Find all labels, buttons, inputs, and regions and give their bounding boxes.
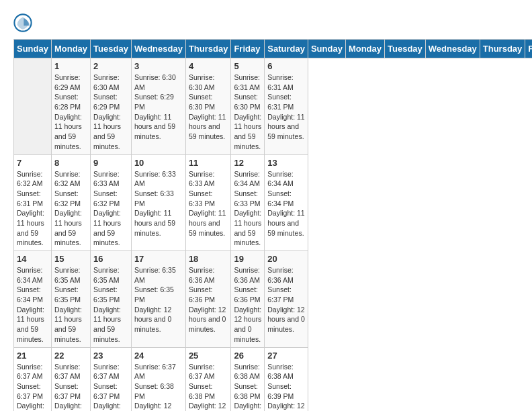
day-info: Sunrise: 6:37 AM Sunset: 6:37 PM Dayligh… [54,362,87,412]
day-cell: 17Sunrise: 6:35 AM Sunset: 6:35 PM Dayli… [131,251,185,348]
day-cell: 5Sunrise: 6:31 AM Sunset: 6:30 PM Daylig… [231,58,265,155]
day-number: 22 [54,351,87,361]
page-header [13,13,519,32]
day-cell [14,58,52,155]
day-info: Sunrise: 6:37 AM Sunset: 6:38 PM Dayligh… [134,362,183,412]
day-cell: 23Sunrise: 6:37 AM Sunset: 6:37 PM Dayli… [91,347,132,411]
day-cell: 13Sunrise: 6:34 AM Sunset: 6:34 PM Dayli… [265,154,308,251]
header-sunday: Sunday [14,40,52,58]
day-number: 19 [234,254,261,264]
day-info: Sunrise: 6:30 AM Sunset: 6:29 PM Dayligh… [93,73,128,152]
day-cell: 4Sunrise: 6:30 AM Sunset: 6:30 PM Daylig… [185,58,231,155]
day-info: Sunrise: 6:38 AM Sunset: 6:39 PM Dayligh… [267,362,305,412]
day-number: 12 [234,158,261,168]
day-number: 25 [189,351,228,361]
col-header-monday: Monday [345,40,384,58]
day-info: Sunrise: 6:31 AM Sunset: 6:30 PM Dayligh… [234,73,261,152]
logo-icon [13,13,32,32]
day-info: Sunrise: 6:31 AM Sunset: 6:31 PM Dayligh… [267,73,305,142]
day-number: 20 [267,254,305,264]
day-cell: 25Sunrise: 6:37 AM Sunset: 6:38 PM Dayli… [185,347,231,411]
day-number: 26 [234,351,261,361]
logo [13,13,35,32]
week-row-2: 7Sunrise: 6:32 AM Sunset: 6:31 PM Daylig… [14,154,533,251]
day-number: 24 [134,351,183,361]
day-cell: 22Sunrise: 6:37 AM Sunset: 6:37 PM Dayli… [51,347,90,411]
day-cell: 26Sunrise: 6:38 AM Sunset: 6:38 PM Dayli… [231,347,265,411]
day-number: 7 [17,158,48,168]
week-row-3: 14Sunrise: 6:34 AM Sunset: 6:34 PM Dayli… [14,251,533,348]
col-header-tuesday: Tuesday [385,40,426,58]
calendar-header-row: SundayMondayTuesdayWednesdayThursdayFrid… [14,40,533,58]
day-cell: 7Sunrise: 6:32 AM Sunset: 6:31 PM Daylig… [14,154,52,251]
day-cell: 24Sunrise: 6:37 AM Sunset: 6:38 PM Dayli… [131,347,185,411]
day-number: 27 [267,351,305,361]
col-header-thursday: Thursday [480,40,525,58]
day-info: Sunrise: 6:35 AM Sunset: 6:35 PM Dayligh… [134,265,183,334]
header-monday: Monday [51,40,90,58]
day-cell: 15Sunrise: 6:35 AM Sunset: 6:35 PM Dayli… [51,251,90,348]
day-info: Sunrise: 6:35 AM Sunset: 6:35 PM Dayligh… [54,265,87,345]
day-info: Sunrise: 6:37 AM Sunset: 6:37 PM Dayligh… [17,362,48,412]
day-info: Sunrise: 6:30 AM Sunset: 6:29 PM Dayligh… [134,73,183,142]
day-cell: 19Sunrise: 6:36 AM Sunset: 6:36 PM Dayli… [231,251,265,348]
header-thursday: Thursday [185,40,231,58]
day-number: 9 [93,158,128,168]
day-number: 14 [17,254,48,264]
day-cell: 8Sunrise: 6:32 AM Sunset: 6:32 PM Daylig… [51,154,90,251]
day-number: 2 [93,61,128,71]
week-row-1: 1Sunrise: 6:29 AM Sunset: 6:28 PM Daylig… [14,58,533,155]
day-info: Sunrise: 6:33 AM Sunset: 6:33 PM Dayligh… [189,169,228,238]
day-number: 3 [134,61,183,71]
day-cell: 9Sunrise: 6:33 AM Sunset: 6:32 PM Daylig… [91,154,132,251]
day-cell: 10Sunrise: 6:33 AM Sunset: 6:33 PM Dayli… [131,154,185,251]
col-header-sunday: Sunday [308,40,345,58]
day-info: Sunrise: 6:37 AM Sunset: 6:38 PM Dayligh… [189,362,228,412]
day-number: 18 [189,254,228,264]
day-info: Sunrise: 6:36 AM Sunset: 6:36 PM Dayligh… [189,265,228,334]
day-cell: 6Sunrise: 6:31 AM Sunset: 6:31 PM Daylig… [265,58,308,155]
day-cell: 21Sunrise: 6:37 AM Sunset: 6:37 PM Dayli… [14,347,52,411]
day-cell: 27Sunrise: 6:38 AM Sunset: 6:39 PM Dayli… [265,347,308,411]
day-number: 13 [267,158,305,168]
day-number: 8 [54,158,87,168]
header-friday: Friday [231,40,265,58]
day-info: Sunrise: 6:36 AM Sunset: 6:37 PM Dayligh… [267,265,305,334]
day-cell: 16Sunrise: 6:35 AM Sunset: 6:35 PM Dayli… [91,251,132,348]
day-number: 23 [93,351,128,361]
day-info: Sunrise: 6:35 AM Sunset: 6:35 PM Dayligh… [93,265,128,345]
day-cell: 11Sunrise: 6:33 AM Sunset: 6:33 PM Dayli… [185,154,231,251]
day-number: 15 [54,254,87,264]
day-info: Sunrise: 6:34 AM Sunset: 6:34 PM Dayligh… [17,265,48,345]
day-number: 10 [134,158,183,168]
day-cell: 12Sunrise: 6:34 AM Sunset: 6:33 PM Dayli… [231,154,265,251]
header-wednesday: Wednesday [131,40,185,58]
day-info: Sunrise: 6:29 AM Sunset: 6:28 PM Dayligh… [54,73,87,152]
day-number: 16 [93,254,128,264]
day-info: Sunrise: 6:38 AM Sunset: 6:38 PM Dayligh… [234,362,261,412]
day-number: 5 [234,61,261,71]
day-info: Sunrise: 6:30 AM Sunset: 6:30 PM Dayligh… [189,73,228,142]
day-info: Sunrise: 6:34 AM Sunset: 6:33 PM Dayligh… [234,169,261,248]
day-number: 1 [54,61,87,71]
day-number: 17 [134,254,183,264]
day-cell: 2Sunrise: 6:30 AM Sunset: 6:29 PM Daylig… [91,58,132,155]
day-cell: 1Sunrise: 6:29 AM Sunset: 6:28 PM Daylig… [51,58,90,155]
day-info: Sunrise: 6:36 AM Sunset: 6:36 PM Dayligh… [234,265,261,345]
day-number: 21 [17,351,48,361]
day-info: Sunrise: 6:37 AM Sunset: 6:37 PM Dayligh… [93,362,128,412]
day-cell: 20Sunrise: 6:36 AM Sunset: 6:37 PM Dayli… [265,251,308,348]
day-number: 11 [189,158,228,168]
week-row-4: 21Sunrise: 6:37 AM Sunset: 6:37 PM Dayli… [14,347,533,411]
day-info: Sunrise: 6:34 AM Sunset: 6:34 PM Dayligh… [267,169,305,238]
day-number: 6 [267,61,305,71]
day-cell: 3Sunrise: 6:30 AM Sunset: 6:29 PM Daylig… [131,58,185,155]
header-saturday: Saturday [265,40,308,58]
header-tuesday: Tuesday [91,40,132,58]
day-number: 4 [189,61,228,71]
day-info: Sunrise: 6:32 AM Sunset: 6:31 PM Dayligh… [17,169,48,248]
day-info: Sunrise: 6:32 AM Sunset: 6:32 PM Dayligh… [54,169,87,248]
day-cell: 18Sunrise: 6:36 AM Sunset: 6:36 PM Dayli… [185,251,231,348]
day-cell: 14Sunrise: 6:34 AM Sunset: 6:34 PM Dayli… [14,251,52,348]
col-header-friday: Friday [525,40,532,58]
